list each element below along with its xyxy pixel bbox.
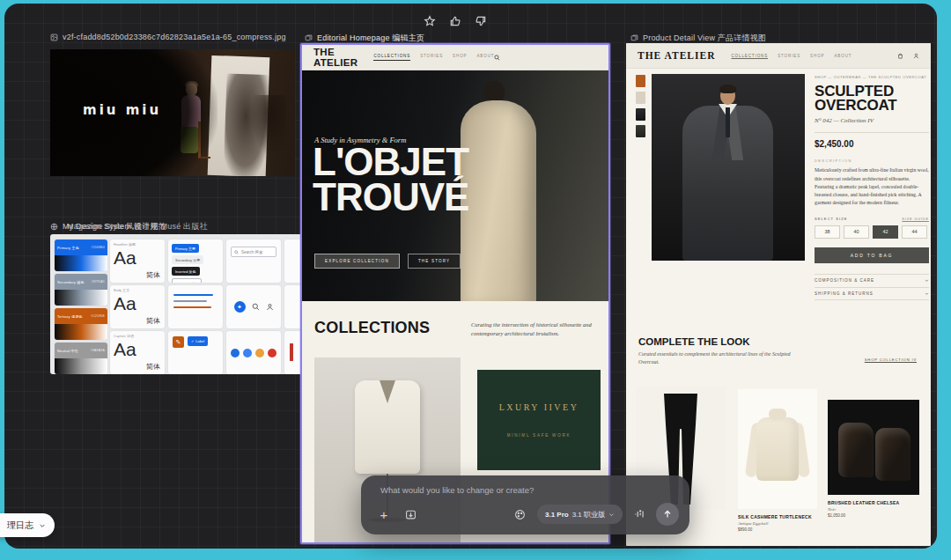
send-button[interactable] [656, 503, 679, 526]
bag-icon[interactable] [897, 53, 903, 59]
size-option-44[interactable]: 44 [902, 225, 927, 239]
accordion-label: COMPOSITION & CARE [815, 278, 874, 283]
outlined-button-sample[interactable]: Outlined 描边 [172, 278, 202, 283]
thumbnail-2[interactable] [636, 92, 645, 104]
design-system-board[interactable]: Primary 主色#1568E4 Secondary 辅色#8795A5 Te… [50, 234, 304, 374]
shop-collection-link[interactable]: SHOP COLLECTION IV [865, 357, 917, 362]
chevron-down-icon [39, 522, 46, 529]
search-field-card[interactable]: Search 搜索 [226, 239, 281, 283]
label-badge[interactable]: ✓Label [188, 336, 208, 346]
editorial-artboard[interactable]: THE ATELIER COLLECTIONS STORIES SHOP ABO… [300, 43, 610, 544]
voice-waveform-icon[interactable] [630, 505, 648, 523]
nav-about[interactable]: ABOUT [834, 54, 851, 58]
swatch-ramp [55, 324, 107, 340]
look-card-turtleneck[interactable]: SILK CASHMERE TURTLENECK Antique Eggshel… [738, 389, 817, 532]
product-main-image[interactable] [652, 74, 805, 261]
site-logo[interactable]: THE ATELIER [313, 47, 358, 68]
size-selector: 38 40 42 44 [815, 225, 929, 239]
nav-stories[interactable]: STORIES [778, 54, 800, 58]
swatch-neutral[interactable]: Neutral 中性#9A9A9A [55, 343, 107, 374]
type-sample: Aa [114, 248, 161, 267]
swatch-tertiary[interactable]: Tertiary 强调色#C2590E [55, 308, 107, 340]
header-icons [494, 55, 610, 61]
size-guide-link[interactable]: SIZE GUIDE [902, 217, 929, 221]
add-attachment-button[interactable]: + [375, 505, 393, 523]
look-product-name: SILK CASHMERE TURTLENECK [738, 514, 817, 519]
type-cjk-sample: 简体 [146, 270, 160, 280]
type-card-caption[interactable]: Caption 说明 Aa 简体 [110, 331, 165, 374]
divider-orange [173, 306, 211, 308]
the-story-button[interactable]: THE STORY [408, 254, 461, 269]
swatch-label: Tertiary 强调色 [57, 314, 83, 319]
dividers-card[interactable] [168, 285, 223, 328]
prompt-input[interactable]: What would you like to change or create? [380, 485, 534, 495]
design-board-label-b: Magazine Style 风格引用 Musé 出版社 [67, 221, 208, 232]
hero-title: L'OBJET TROUVÉ [313, 144, 468, 216]
nav-shop[interactable]: SHOP [810, 54, 824, 58]
account-icon[interactable] [913, 53, 919, 59]
collection-card-green[interactable]: LXURY IIVEY MINIML SAFE WORK [477, 370, 601, 470]
nav-shop[interactable]: SHOP [453, 54, 467, 61]
size-option-40[interactable]: 40 [844, 225, 869, 239]
accordion-shipping-returns[interactable]: SHIPPING & RETURNS [815, 287, 929, 300]
site-logo[interactable]: THE ATELIER [638, 50, 715, 61]
model-selector[interactable]: 3.1 Pro 3.1 职业版 [537, 505, 623, 524]
thumbnail-3[interactable] [636, 108, 645, 121]
nav-collections[interactable]: COLLECTIONS [731, 54, 768, 58]
chevron-down-icon [608, 512, 615, 518]
nav-collections[interactable]: COLLECTIONS [373, 54, 410, 61]
collections-caption: Curating the intersection of historical … [471, 321, 596, 338]
badges-card[interactable]: ✎ ✓Label [168, 331, 223, 374]
nav-about[interactable]: ABOUT [476, 54, 494, 61]
breadcrumb[interactable]: SHOP — OUTERWEAR — THE SCULPTED OVERCOAT [815, 75, 929, 79]
sweater-neck [769, 409, 786, 420]
search-icon[interactable] [494, 55, 500, 61]
buttons-card[interactable]: Primary 主要 Secondary 次要 Inverted 反色 Outl… [168, 239, 223, 283]
secondary-button-sample[interactable]: Secondary 次要 [172, 255, 203, 264]
edit-badge[interactable]: ✎ [173, 336, 184, 348]
thumbs-down-icon[interactable] [474, 14, 488, 28]
thumbs-up-icon[interactable] [448, 14, 462, 28]
process-log-pill[interactable]: 理日志 [0, 513, 55, 537]
hero-ctas: EXPLORE COLLECTION THE STORY [314, 254, 461, 269]
size-option-42-selected[interactable]: 42 [873, 225, 898, 239]
add-to-bag-button[interactable]: ADD TO BAG [815, 247, 929, 263]
description-label: DESCRIPTION [815, 158, 929, 163]
inverted-button-sample[interactable]: Inverted 反色 [172, 267, 200, 276]
design-board-labels[interactable]: My Design System 设计规范 Magazine Style 风格引… [50, 221, 265, 232]
insert-frame-icon[interactable] [402, 505, 419, 523]
check-icon: ✓ [191, 339, 194, 343]
search-input[interactable]: Search 搜索 [231, 247, 276, 257]
chevron-down-icon [925, 291, 929, 296]
swatch-label: Primary 主色 [57, 246, 79, 250]
style-palette-icon[interactable] [512, 505, 529, 523]
primary-button-sample[interactable]: Primary 主要 [172, 244, 199, 253]
swatch-primary[interactable]: Primary 主色#1568E4 [55, 239, 107, 271]
swatch-secondary[interactable]: Secondary 辅色#8795A5 [55, 274, 107, 306]
boot-right [875, 428, 910, 481]
feedback-toolbar [423, 14, 488, 28]
product-artboard[interactable]: THE ATELIER COLLECTIONS STORIES SHOP ABO… [626, 43, 931, 546]
look-card-chelsea-boots[interactable]: BRUSHED LEATHER CHELSEA Noir $1,050.00 [828, 400, 919, 518]
thumbnail-4[interactable] [636, 125, 645, 137]
accordions: COMPOSITION & CARE SHIPPING & RETURNS [815, 274, 929, 300]
type-card-body[interactable]: Body 正文 Aa 简体 [110, 285, 165, 328]
reference-image[interactable]: miu miu [50, 49, 295, 176]
nav-stories[interactable]: STORIES [420, 54, 443, 61]
accordion-composition-care[interactable]: COMPOSITION & CARE [815, 274, 929, 287]
star-icon[interactable] [423, 14, 437, 28]
type-card-headline[interactable]: Headline 标题 Aa 简体 [110, 239, 165, 283]
search-icon [234, 250, 239, 254]
explore-collection-button[interactable]: EXPLORE COLLECTION [314, 254, 400, 269]
log-label: 理日志 [7, 519, 33, 532]
thumbnail-1[interactable] [636, 75, 645, 87]
status-dots-card[interactable] [226, 331, 281, 374]
brand-logo: miu miu [83, 102, 161, 118]
image-board-label[interactable]: v2f-cfadd8d52b0d23386c7d62823a1a5e1a-65_… [50, 33, 286, 41]
artboard-icon [630, 34, 638, 42]
icons-card[interactable]: ✦ [226, 285, 281, 328]
sweater-body [756, 417, 799, 481]
prompt-bar[interactable]: What would you like to change or create?… [361, 475, 689, 534]
red-mark [290, 343, 293, 361]
size-option-38[interactable]: 38 [815, 225, 840, 239]
